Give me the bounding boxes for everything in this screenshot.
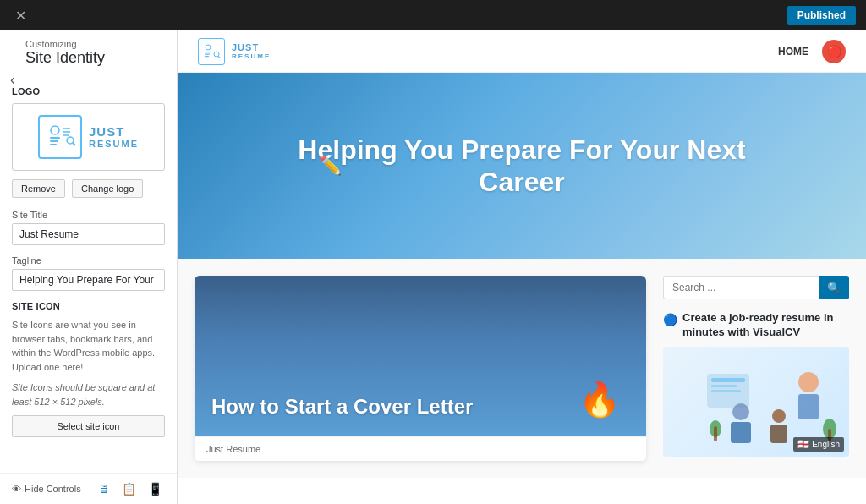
widget-icon: 🔵: [663, 313, 677, 326]
search-input[interactable]: [663, 276, 819, 299]
site-title-input[interactable]: [12, 223, 165, 245]
sidebar-title: Site Identity: [25, 49, 165, 67]
site-logo-icon: [198, 38, 225, 65]
sidebar: ‹ Customizing Site Identity Logo: [0, 30, 178, 504]
site-icon-label: Site Icon: [12, 301, 165, 311]
nav-home-link[interactable]: HOME: [778, 46, 808, 58]
svg-rect-12: [205, 56, 209, 57]
search-box: 🔍: [663, 276, 849, 299]
nav-logo-sub: RESUME: [232, 52, 271, 60]
logo-text-block: JUST RESUME: [89, 125, 139, 150]
site-icon-desc1: Site Icons are what you see in browser t…: [12, 318, 165, 374]
desktop-icon-button[interactable]: 🖥: [96, 480, 112, 497]
logo-icon-box: [38, 115, 82, 159]
logo-icon-svg: [45, 122, 75, 152]
site-nav-links: HOME 🔴: [778, 40, 846, 63]
tagline-input[interactable]: [12, 269, 165, 291]
sidebar-header: Customizing Site Identity: [0, 30, 177, 74]
device-icons: 🖥 📋 📱: [96, 480, 165, 497]
svg-rect-18: [711, 390, 741, 392]
nav-logo-title: JUST: [232, 42, 271, 52]
svg-rect-1: [50, 137, 60, 139]
logo-preview: JUST RESUME: [12, 103, 165, 171]
flag-icon: 🏴󠁧󠁢󠁥󠁮󠁧󠁿: [797, 439, 809, 450]
lang-badge: 🏴󠁧󠁢󠁥󠁮󠁧󠁿 English: [793, 437, 844, 452]
svg-rect-16: [711, 378, 745, 382]
preview-area: JUST RESUME HOME 🔴 ✏️ Helping You Prepar…: [178, 30, 866, 504]
site-logo-text: JUST RESUME: [232, 42, 271, 60]
blog-card: How to Start a Cover Letter 🔥 Just Resum…: [195, 276, 646, 461]
blog-card-emoji: 🔥: [578, 380, 621, 419]
select-site-icon-button[interactable]: Select site icon: [12, 415, 165, 437]
hero-edit-icon: ✏️: [319, 155, 342, 177]
hide-controls-button[interactable]: 👁 Hide Controls: [12, 484, 81, 494]
site-navbar: JUST RESUME HOME 🔴: [178, 30, 866, 73]
blog-card-image: How to Start a Cover Letter 🔥: [195, 276, 646, 436]
back-button[interactable]: ‹: [5, 68, 20, 92]
svg-line-14: [218, 56, 220, 58]
search-button[interactable]: 🔍: [819, 276, 849, 299]
site-title-label: Site Title: [12, 210, 165, 220]
logo-preview-inner: JUST RESUME: [38, 115, 139, 159]
content-main: How to Start a Cover Letter 🔥 Just Resum…: [195, 276, 646, 461]
logo-line1: JUST: [89, 125, 139, 140]
cta-text: Create a job-ready resume in minutes wit…: [682, 311, 849, 340]
blog-card-author: Just Resume: [195, 436, 646, 461]
svg-rect-17: [711, 385, 737, 387]
nav-person-icon: 🔴: [822, 40, 846, 63]
tagline-label: Tagline: [12, 255, 165, 266]
logo-section-label: Logo: [12, 86, 165, 96]
illustration-svg: [699, 348, 842, 450]
website-preview: JUST RESUME HOME 🔴 ✏️ Helping You Prepar…: [178, 30, 866, 504]
svg-rect-3: [50, 144, 57, 145]
blog-card-title: How to Start a Cover Letter: [211, 393, 473, 419]
eye-icon: 👁: [12, 484, 21, 494]
svg-rect-20: [798, 394, 819, 419]
svg-point-13: [214, 52, 219, 57]
svg-point-23: [772, 409, 786, 423]
top-bar: ✕ Published: [0, 0, 866, 30]
content-section: How to Start a Cover Letter 🔥 Just Resum…: [178, 259, 866, 478]
close-button[interactable]: ✕: [10, 5, 30, 25]
svg-rect-28: [714, 426, 717, 441]
svg-rect-11: [205, 53, 210, 54]
content-sidebar: 🔍 🔵 Create a job-ready resume in minutes…: [663, 276, 849, 461]
sidebar-footer: 👁 Hide Controls 🖥 📋 📱: [0, 473, 177, 504]
published-button[interactable]: Published: [787, 6, 856, 25]
svg-rect-10: [205, 52, 211, 52]
svg-point-21: [732, 403, 749, 420]
svg-point-7: [67, 137, 74, 144]
site-logo: JUST RESUME: [198, 38, 271, 65]
mobile-icon-button[interactable]: 📱: [145, 480, 165, 497]
logo-section: Logo: [0, 74, 177, 449]
svg-point-0: [51, 126, 59, 134]
logo-line2: RESUME: [89, 139, 139, 149]
logo-buttons: Remove Change logo: [12, 179, 165, 198]
widget-image: 🏴󠁧󠁢󠁥󠁮󠁧󠁿 English: [663, 347, 849, 457]
hide-controls-label: Hide Controls: [25, 484, 81, 494]
cta-widget: 🔵 Create a job-ready resume in minutes w…: [663, 311, 849, 340]
svg-point-9: [206, 45, 211, 50]
remove-logo-button[interactable]: Remove: [12, 179, 65, 198]
main-layout: ‹ Customizing Site Identity Logo: [0, 30, 866, 504]
svg-point-19: [798, 372, 819, 392]
change-logo-button[interactable]: Change logo: [72, 179, 143, 198]
lang-label: English: [812, 440, 840, 449]
svg-rect-2: [50, 140, 58, 142]
svg-rect-24: [770, 425, 787, 443]
tablet-icon-button[interactable]: 📋: [119, 480, 139, 497]
customizing-label: Customizing: [25, 39, 165, 49]
svg-line-8: [73, 143, 75, 145]
site-icon-desc2: Site Icons should be square and at least…: [12, 381, 165, 408]
hero-section: ✏️ Helping You Prepare For Your Next Car…: [178, 73, 866, 259]
svg-rect-22: [731, 422, 751, 443]
top-bar-left: ✕: [10, 5, 30, 25]
nav-logo-svg: [202, 42, 221, 61]
